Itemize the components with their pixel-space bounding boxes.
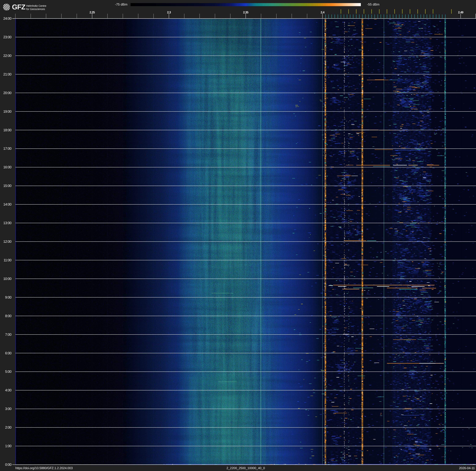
svg-text:20:00: 20:00 — [3, 91, 11, 95]
svg-text:2026-04-11: 2026-04-11 — [459, 466, 475, 470]
svg-text:24:00: 24:00 — [3, 17, 11, 20]
svg-text:5:00: 5:00 — [5, 370, 11, 374]
svg-text:21:00: 21:00 — [3, 72, 11, 76]
svg-text:15:00: 15:00 — [3, 184, 11, 188]
svg-text:for Geosciences: for Geosciences — [26, 8, 45, 11]
svg-text:19:00: 19:00 — [3, 109, 11, 113]
svg-text:18:00: 18:00 — [3, 128, 11, 132]
svg-text:2_2200_2500_10000_40_0: 2_2200_2500_10000_40_0 — [226, 466, 265, 470]
svg-text:11:00: 11:00 — [3, 258, 11, 262]
svg-text:2.25: 2.25 — [89, 11, 95, 14]
svg-text:12:00: 12:00 — [3, 239, 11, 243]
svg-text:https://doi.org/10.5880/GFZ.1.: https://doi.org/10.5880/GFZ.1.2.2024.003 — [15, 466, 73, 470]
svg-text:22:00: 22:00 — [3, 54, 11, 58]
svg-text:2.3: 2.3 — [167, 11, 171, 14]
svg-text:10:00: 10:00 — [3, 277, 11, 281]
svg-text:4:00: 4:00 — [5, 388, 11, 392]
svg-text:16:00: 16:00 — [3, 165, 11, 169]
svg-text:17:00: 17:00 — [3, 146, 11, 150]
svg-text:14:00: 14:00 — [3, 202, 11, 206]
svg-text:13:00: 13:00 — [3, 221, 11, 225]
svg-text:8:00: 8:00 — [5, 314, 11, 318]
svg-text:2.35: 2.35 — [243, 11, 248, 14]
svg-text:2:00: 2:00 — [5, 425, 11, 429]
svg-text:-75 dBm: -75 dBm — [115, 3, 127, 6]
svg-text:7:00: 7:00 — [5, 332, 11, 337]
svg-text:9:00: 9:00 — [5, 295, 11, 299]
svg-text:GFZ: GFZ — [12, 3, 25, 11]
svg-text:2.49: 2.49 — [458, 11, 463, 14]
svg-text:23:00: 23:00 — [3, 35, 11, 39]
svg-text:3:00: 3:00 — [5, 407, 11, 411]
svg-text:2.4: 2.4 — [321, 11, 324, 14]
svg-text:0:00: 0:00 — [5, 463, 11, 467]
svg-text:-55 dBm: -55 dBm — [367, 3, 379, 6]
svg-text:Helmholtz Centre: Helmholtz Centre — [26, 4, 46, 7]
svg-text:6:00: 6:00 — [5, 351, 11, 355]
svg-text:1:00: 1:00 — [5, 444, 11, 448]
